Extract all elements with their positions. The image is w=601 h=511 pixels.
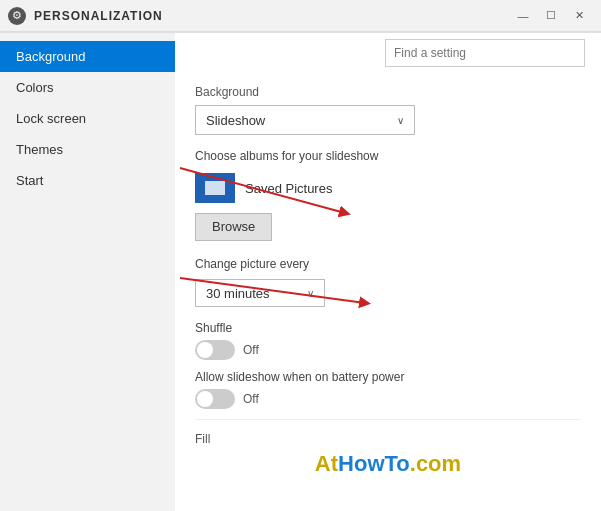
battery-state: Off: [243, 392, 259, 406]
dropdown-arrow-icon: ∨: [397, 115, 404, 126]
shuffle-label: Shuffle: [195, 321, 581, 335]
shuffle-row: Shuffle Off: [195, 321, 581, 360]
app-body: Background Colors Lock screen Themes Sta…: [0, 32, 601, 511]
sidebar-item-start[interactable]: Start: [0, 165, 175, 196]
shuffle-toggle-row: Off: [195, 340, 581, 360]
background-dropdown[interactable]: Slideshow ∨: [195, 105, 415, 135]
album-name: Saved Pictures: [245, 181, 332, 196]
sidebar-item-colors[interactable]: Colors: [0, 72, 175, 103]
watermark-com: .com: [410, 451, 461, 476]
background-label: Background: [195, 85, 581, 99]
battery-label: Allow slideshow when on battery power: [195, 370, 581, 384]
battery-toggle-row: Off: [195, 389, 581, 409]
sidebar-item-lock-screen[interactable]: Lock screen: [0, 103, 175, 134]
minimize-button[interactable]: —: [509, 5, 537, 27]
content-area: Background Slideshow ∨ Choose albums for…: [175, 33, 601, 511]
search-input[interactable]: [394, 46, 576, 60]
battery-toggle[interactable]: [195, 389, 235, 409]
battery-toggle-knob: [197, 391, 213, 407]
sidebar-item-background[interactable]: Background: [0, 41, 175, 72]
title-bar: ⚙ PERSONALIZATION — ☐ ✕: [0, 0, 601, 32]
change-picture-label: Change picture every: [195, 257, 581, 271]
watermark: AtHowTo.com: [305, 447, 471, 481]
maximize-button[interactable]: ☐: [537, 5, 565, 27]
album-icon-inner: [205, 181, 225, 195]
watermark-howto: HowTo: [338, 451, 410, 476]
background-value: Slideshow: [206, 113, 265, 128]
fill-section: Fill: [195, 419, 581, 446]
battery-row: Allow slideshow when on battery power Of…: [195, 370, 581, 409]
sidebar: Background Colors Lock screen Themes Sta…: [0, 33, 175, 511]
settings-icon: ⚙: [8, 7, 26, 25]
close-button[interactable]: ✕: [565, 5, 593, 27]
title-bar-left: ⚙ PERSONALIZATION: [8, 7, 163, 25]
album-icon: [195, 173, 235, 203]
shuffle-toggle[interactable]: [195, 340, 235, 360]
watermark-at: At: [315, 451, 338, 476]
title-bar-title: PERSONALIZATION: [34, 9, 163, 23]
albums-label: Choose albums for your slideshow: [195, 149, 581, 163]
album-item: Saved Pictures: [195, 173, 581, 203]
search-bar[interactable]: [385, 39, 585, 67]
change-picture-dropdown[interactable]: 30 minutes ∨: [195, 279, 325, 307]
change-picture-value: 30 minutes: [206, 286, 270, 301]
change-dropdown-arrow-icon: ∨: [307, 288, 314, 299]
sidebar-item-themes[interactable]: Themes: [0, 134, 175, 165]
browse-button[interactable]: Browse: [195, 213, 272, 241]
title-bar-controls: — ☐ ✕: [509, 5, 593, 27]
shuffle-toggle-knob: [197, 342, 213, 358]
fill-label: Fill: [195, 432, 581, 446]
shuffle-state: Off: [243, 343, 259, 357]
